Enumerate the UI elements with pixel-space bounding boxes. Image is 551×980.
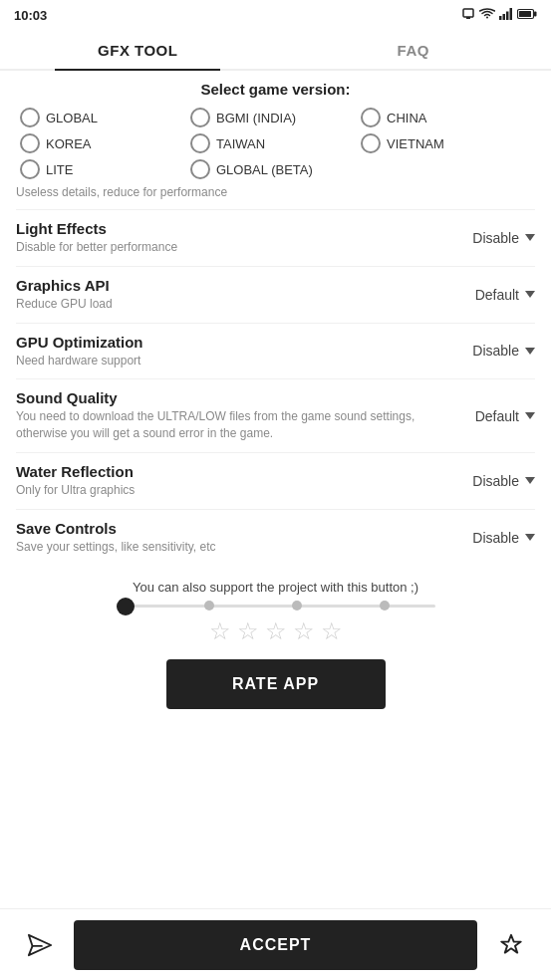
signal-icon	[499, 8, 513, 23]
svg-rect-2	[499, 16, 502, 20]
setting-save-controls[interactable]: Save Controls Save your settings, like s…	[16, 509, 535, 566]
svg-rect-5	[510, 8, 513, 20]
radio-global-beta[interactable]: GLOBAL (BETA)	[190, 159, 531, 179]
slider-thumb	[117, 598, 135, 615]
rate-app-button[interactable]: RATE APP	[166, 659, 386, 709]
bottom-bar: ACCEPT	[0, 908, 551, 980]
support-text: You can also support the project with th…	[16, 580, 535, 595]
svg-rect-8	[534, 11, 537, 16]
setting-sound-quality[interactable]: Sound Quality You need to download the U…	[16, 378, 535, 452]
chevron-save-controls	[525, 534, 535, 541]
send-button[interactable]	[16, 921, 64, 969]
game-version-grid: GLOBAL BGMI (INDIA) CHINA KOREA TAIWAN V…	[16, 108, 535, 179]
accept-button[interactable]: ACCEPT	[74, 920, 477, 970]
radio-circle-global	[20, 108, 40, 127]
radio-lite[interactable]: LITE	[20, 159, 190, 179]
favorite-button[interactable]	[487, 921, 535, 969]
svg-rect-3	[503, 14, 506, 20]
setting-light-effects[interactable]: Light Effects Disable for better perform…	[16, 209, 535, 266]
slider-track	[117, 605, 435, 608]
support-slider[interactable]	[16, 605, 535, 608]
notification-icon	[461, 7, 475, 24]
radio-circle-china	[361, 108, 381, 127]
radio-circle-korea	[20, 133, 40, 153]
status-bar: 10:03	[0, 0, 551, 28]
status-icons	[461, 7, 537, 24]
slider-tick-2	[292, 601, 302, 611]
stars-rating[interactable]: ☆ ☆ ☆ ☆ ☆	[16, 617, 535, 645]
star-2[interactable]: ☆	[237, 617, 259, 645]
status-time: 10:03	[14, 8, 47, 23]
radio-circle-bgmi	[190, 108, 210, 127]
tab-faq[interactable]: FAQ	[276, 28, 552, 69]
chevron-sound-quality	[525, 412, 535, 419]
radio-china[interactable]: CHINA	[361, 108, 531, 127]
chevron-graphics-api	[525, 291, 535, 298]
setting-gpu-optimization[interactable]: GPU Optimization Need hardware support D…	[16, 323, 535, 379]
star-1[interactable]: ☆	[209, 617, 231, 645]
chevron-water-reflection	[525, 477, 535, 484]
game-version-title: Select game version:	[16, 81, 535, 98]
setting-water-reflection[interactable]: Water Reflection Only for Ultra graphics…	[16, 452, 535, 509]
radio-circle-global-beta	[190, 159, 210, 179]
slider-tick-3	[380, 601, 390, 611]
radio-bgmi[interactable]: BGMI (INDIA)	[190, 108, 361, 127]
slider-tick-1	[204, 601, 214, 611]
main-content: Select game version: GLOBAL BGMI (INDIA)…	[0, 71, 551, 809]
radio-global[interactable]: GLOBAL	[20, 108, 190, 127]
radio-korea[interactable]: KOREA	[20, 133, 190, 153]
star-3[interactable]: ☆	[265, 617, 287, 645]
setting-graphics-api[interactable]: Graphics API Reduce GPU load Default	[16, 266, 535, 323]
radio-circle-lite	[20, 159, 40, 179]
star-4[interactable]: ☆	[293, 617, 315, 645]
radio-taiwan[interactable]: TAIWAN	[190, 133, 361, 153]
star-5[interactable]: ☆	[321, 617, 343, 645]
settings-list: Light Effects Disable for better perform…	[16, 209, 535, 566]
chevron-light-effects	[525, 234, 535, 241]
battery-icon	[517, 8, 537, 23]
svg-rect-7	[519, 11, 531, 17]
tab-bar: GFX TOOL FAQ	[0, 28, 551, 71]
radio-circle-taiwan	[190, 133, 210, 153]
tab-gfx-tool[interactable]: GFX TOOL	[0, 28, 276, 69]
wifi-icon	[479, 8, 495, 23]
chevron-gpu-optimization	[525, 348, 535, 355]
radio-circle-vietnam	[361, 133, 381, 153]
svg-rect-1	[466, 17, 470, 19]
radio-vietnam[interactable]: VIETNAM	[361, 133, 531, 153]
hint-text: Useless details, reduce for performance	[16, 185, 535, 199]
svg-rect-4	[506, 11, 509, 20]
svg-rect-0	[463, 9, 473, 17]
